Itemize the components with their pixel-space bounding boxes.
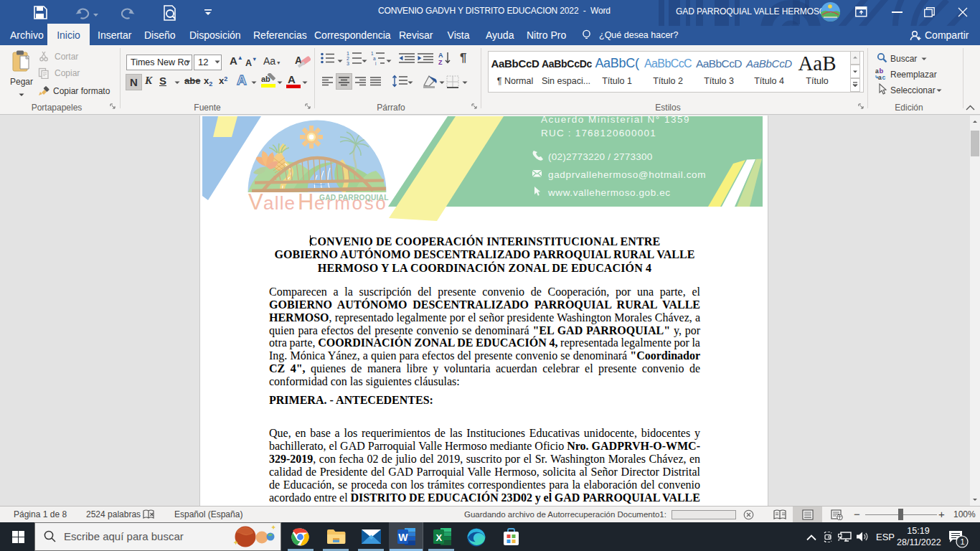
svg-text:GAD PARROQUIAL: GAD PARROQUIAL <box>319 194 389 202</box>
svg-text:X: X <box>436 532 443 543</box>
svg-text:1: 1 <box>961 537 965 546</box>
svg-text:(02)2773220 / 2773300: (02)2773220 / 2773300 <box>548 151 653 162</box>
svg-text:a: a <box>878 74 882 80</box>
svg-text:H: H <box>298 189 314 215</box>
svg-text:3: 3 <box>347 61 349 65</box>
svg-text:Acuerdo Ministerial N° 1359: Acuerdo Ministerial N° 1359 <box>541 116 690 125</box>
svg-text:i: i <box>375 61 376 66</box>
svg-text:V: V <box>248 189 263 215</box>
svg-text:Z: Z <box>438 59 443 65</box>
svg-text:1: 1 <box>347 51 349 56</box>
svg-text:www.vallehermoso.gob.ec: www.vallehermoso.gob.ec <box>547 187 671 198</box>
svg-text:A: A <box>288 73 296 85</box>
svg-text:a: a <box>373 56 376 61</box>
svg-text:c: c <box>882 74 886 80</box>
svg-text:gadprvallehermoso@hotmail.com: gadprvallehermoso@hotmail.com <box>548 169 706 180</box>
svg-text:RUC : 1768120600001: RUC : 1768120600001 <box>541 128 656 138</box>
svg-text:A: A <box>438 52 443 59</box>
svg-text:W: W <box>398 532 408 543</box>
svg-text:2: 2 <box>347 56 349 61</box>
svg-text:alle: alle <box>263 192 296 214</box>
